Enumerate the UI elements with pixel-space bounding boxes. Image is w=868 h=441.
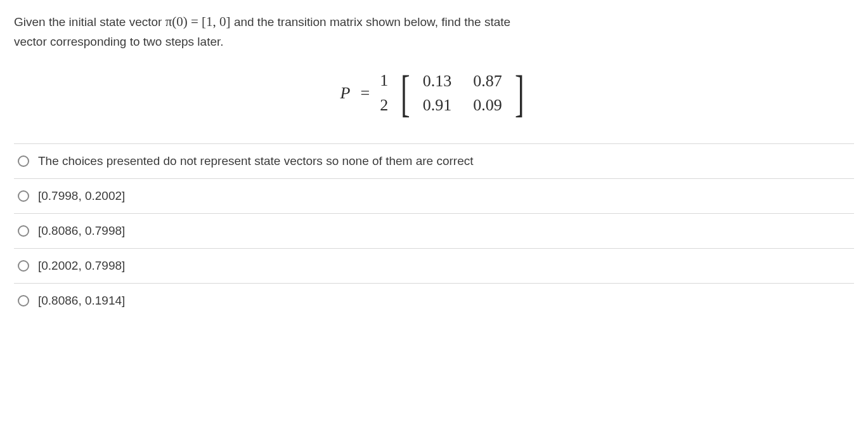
cell-11: 0.13 [423, 73, 452, 89]
radio-icon [18, 155, 29, 167]
cell-21: 0.91 [423, 97, 452, 114]
matrix-lhs: P [340, 85, 351, 102]
row-label-2: 2 [380, 93, 388, 117]
option-label: [0.8086, 0.7998] [38, 224, 125, 238]
option-5[interactable]: [0.8086, 0.1914] [14, 284, 854, 318]
answer-options: The choices presented do not represent s… [14, 143, 854, 318]
radio-icon [18, 190, 29, 202]
initial-state-expression: π(0) = [1, 0] [165, 14, 231, 29]
option-label: [0.2002, 0.7998] [38, 259, 125, 273]
question-prefix: Given the initial state vector [14, 15, 165, 29]
row-label-1: 1 [380, 69, 388, 93]
option-2[interactable]: [0.7998, 0.2002] [14, 179, 854, 214]
question-stem: Given the initial state vector π(0) = [1… [14, 11, 854, 51]
option-label: The choices presented do not represent s… [38, 154, 474, 168]
option-label: [0.7998, 0.2002] [38, 189, 125, 203]
equals-sign: = [360, 85, 370, 102]
matrix-cells: 0.13 0.87 0.91 0.09 [422, 70, 503, 116]
matrix-row-labels: 1 2 [380, 69, 388, 118]
left-bracket: [ [401, 69, 410, 118]
radio-icon [18, 260, 29, 272]
transition-matrix: P = 1 2 [ 0.13 0.87 0.91 0.09 ] [14, 69, 854, 118]
question-line2: vector corresponding to two steps later. [14, 35, 224, 48]
right-bracket: ] [515, 69, 524, 118]
radio-icon [18, 295, 29, 306]
cell-22: 0.09 [473, 97, 502, 114]
option-4[interactable]: [0.2002, 0.7998] [14, 249, 854, 284]
radio-icon [18, 225, 29, 237]
option-label: [0.8086, 0.1914] [38, 294, 125, 308]
cell-12: 0.87 [473, 73, 502, 89]
option-1[interactable]: The choices presented do not represent s… [14, 144, 854, 179]
option-3[interactable]: [0.8086, 0.7998] [14, 214, 854, 249]
question-suffix: and the transition matrix shown below, f… [234, 15, 510, 29]
